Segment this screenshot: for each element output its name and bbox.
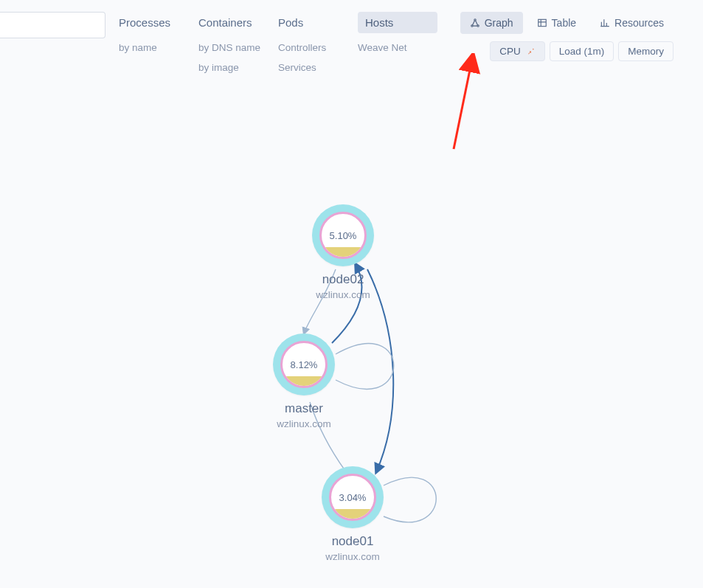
- metric-memory-label: Memory: [628, 46, 664, 57]
- donut-fill: [322, 247, 364, 257]
- node-donut: 3.04%: [322, 466, 384, 528]
- node-subtitle: wzlinux.com: [316, 289, 370, 300]
- view-table-label: Table: [552, 17, 576, 29]
- node-subtitle: wzlinux.com: [325, 551, 380, 562]
- view-mode-row: Graph Table Resources: [460, 12, 673, 34]
- filter-sub-by-name[interactable]: by name: [119, 42, 198, 53]
- top-bar: Processes by name Containers by DNS name…: [0, 0, 703, 73]
- resources-icon: [600, 18, 610, 28]
- donut-fill: [283, 376, 325, 386]
- pin-icon: [527, 46, 536, 57]
- filter-header-processes[interactable]: Processes: [119, 12, 198, 33]
- graph-node-node02[interactable]: 5.10% node02 wzlinux.com: [312, 204, 374, 300]
- right-controls: Graph Table Resources: [460, 12, 703, 61]
- svg-point-2: [477, 25, 479, 27]
- view-graph-label: Graph: [485, 17, 513, 29]
- filter-col-processes: Processes by name: [119, 12, 198, 53]
- graph-node-node01[interactable]: 3.04% node01 wzlinux.com: [322, 466, 384, 562]
- metric-cpu-label: CPU: [499, 46, 521, 57]
- view-graph-button[interactable]: Graph: [460, 12, 523, 34]
- svg-rect-3: [538, 19, 546, 26]
- graph-area[interactable]: 5.10% node02 wzlinux.com 8.12% master wz…: [0, 89, 703, 588]
- filter-sub-by-image[interactable]: by image: [198, 62, 278, 73]
- filter-sub-by-dns-name[interactable]: by DNS name: [198, 42, 278, 53]
- view-resources-button[interactable]: Resources: [590, 12, 673, 34]
- filter-header-pods[interactable]: Pods: [278, 12, 358, 33]
- metric-load-label: Load (1m): [559, 46, 605, 57]
- metric-cpu-button[interactable]: CPU: [490, 41, 545, 61]
- node-subtitle: wzlinux.com: [277, 418, 331, 429]
- metric-load-button[interactable]: Load (1m): [550, 41, 614, 61]
- table-icon: [537, 18, 547, 28]
- svg-point-1: [471, 25, 472, 27]
- metric-row: CPU Load (1m) Memory: [490, 41, 673, 61]
- node-cpu-value: 5.10%: [330, 230, 357, 241]
- node-title: master: [285, 401, 323, 416]
- node-title: node02: [322, 272, 364, 287]
- svg-point-0: [474, 19, 476, 21]
- filter-sub-controllers[interactable]: Controllers: [278, 42, 358, 53]
- node-cpu-value: 3.04%: [339, 492, 367, 503]
- view-table-button[interactable]: Table: [527, 12, 586, 34]
- metric-memory-button[interactable]: Memory: [618, 41, 673, 61]
- donut-fill: [331, 509, 374, 519]
- view-resources-label: Resources: [614, 17, 664, 29]
- filter-col-hosts: Hosts Weave Net: [358, 12, 437, 53]
- graph-node-master[interactable]: 8.12% master wzlinux.com: [273, 333, 335, 429]
- filter-col-containers: Containers by DNS name by image: [198, 12, 278, 73]
- filter-col-pods: Pods Controllers Services: [278, 12, 358, 73]
- filter-sub-weave-net[interactable]: Weave Net: [358, 42, 437, 53]
- node-donut: 8.12%: [273, 333, 335, 395]
- filter-header-containers[interactable]: Containers: [198, 12, 278, 33]
- node-cpu-value: 8.12%: [291, 359, 318, 370]
- node-title: node01: [332, 534, 374, 549]
- filter-header-hosts[interactable]: Hosts: [358, 12, 437, 33]
- graph-icon: [470, 18, 480, 28]
- node-donut: 5.10%: [312, 204, 374, 266]
- search-input[interactable]: [0, 12, 105, 38]
- filter-sub-services[interactable]: Services: [278, 62, 358, 73]
